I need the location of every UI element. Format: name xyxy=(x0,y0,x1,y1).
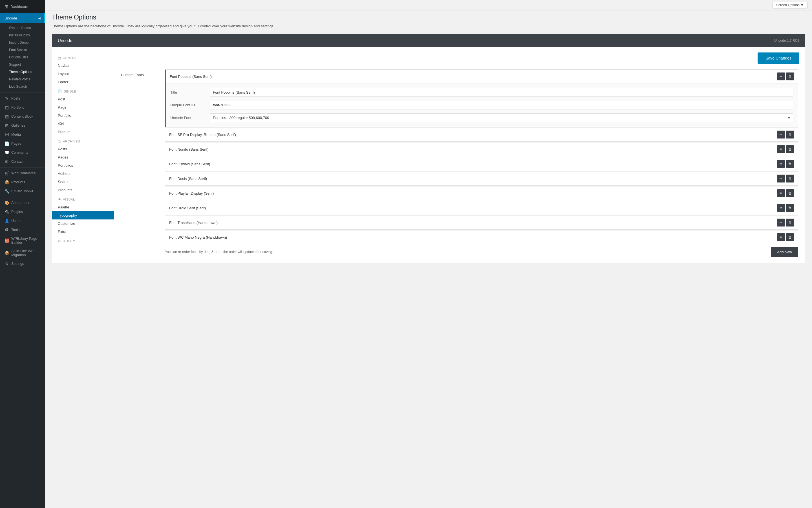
nav-item-layout[interactable]: Layout xyxy=(52,70,114,78)
sidebar-item-posts[interactable]: ✎ Posts xyxy=(0,94,45,103)
nav-item-pages-arch[interactable]: Pages xyxy=(52,153,114,161)
font-delete-button-expanded[interactable]: 🗑 xyxy=(786,73,794,80)
contact-icon: ✉ xyxy=(4,159,9,164)
font-delete-button-4[interactable]: 🗑 xyxy=(786,189,794,197)
font-delete-button-6[interactable]: 🗑 xyxy=(786,219,794,226)
users-icon: 👤 xyxy=(4,219,9,223)
nav-item-posts-arch[interactable]: Posts xyxy=(52,145,114,153)
nav-item-post[interactable]: Post xyxy=(52,95,114,103)
nav-section-archives: 🗂 ARCHIVES xyxy=(52,136,114,145)
settings-icon: ⚙ xyxy=(4,261,9,266)
font-edit-button-0[interactable]: ✏ xyxy=(777,131,785,138)
nav-section-visual: 👁 VISUAL xyxy=(52,194,114,203)
font-edit-button-2[interactable]: ✏ xyxy=(777,160,785,168)
sidebar-item-envato-toolkit[interactable]: 🔧 Envato Toolkit xyxy=(0,187,45,196)
nav-item-page[interactable]: Page xyxy=(52,103,114,112)
font-card-5: Font Droid Serif (Serif) ✏ 🗑 xyxy=(165,201,798,215)
font-delete-button-7[interactable]: 🗑 xyxy=(786,233,794,241)
nav-item-portfolios-arch[interactable]: Portfolios xyxy=(52,161,114,170)
font-card-title-5: Font Droid Serif (Serif) xyxy=(169,206,206,210)
sidebar-item-support[interactable]: Support xyxy=(9,61,45,68)
sidebar-item-wpbakery[interactable]: 🧱 WPBakery Page Builder xyxy=(0,235,45,247)
sidebar-item-install-plugins[interactable]: Install Plugins xyxy=(9,32,45,39)
sidebar-item-pages[interactable]: 📄 Pages xyxy=(0,139,45,148)
footer-note: You can re-order fonts by drag & drop, t… xyxy=(165,247,273,257)
font-card-1: Font Nunito (Sans Serif) ✏ 🗑 xyxy=(165,142,798,156)
uncode-font-select[interactable]: Poppins - 300,regular,500,600,700 xyxy=(210,113,794,122)
comments-icon: 💬 xyxy=(4,150,9,155)
font-delete-button-5[interactable]: 🗑 xyxy=(786,204,794,212)
panel-version: Uncode 1.7.RC2 xyxy=(774,39,799,43)
custom-fonts-section: Custom Fonts Font Poppins (Sans Serif) ✏… xyxy=(121,70,798,257)
sidebar-item-products[interactable]: 📦 Products xyxy=(0,178,45,187)
tools-icon: 🛠 xyxy=(4,228,9,232)
nav-item-authors-arch[interactable]: Authors xyxy=(52,170,114,178)
nav-item-product[interactable]: Product xyxy=(52,128,114,136)
font-edit-button-1[interactable]: ✏ xyxy=(777,145,785,153)
nav-item-customize[interactable]: Customize xyxy=(52,219,114,228)
save-changes-button[interactable]: Save Changes xyxy=(758,52,799,64)
nav-section-single: 📄 SINGLE xyxy=(52,86,114,95)
font-title-field: Title xyxy=(170,88,794,97)
sidebar-item-plugins[interactable]: 🔌 Plugins xyxy=(0,207,45,216)
font-card-6: Font TrashHand (Handdrawn) ✏ 🗑 xyxy=(165,215,798,229)
sidebar-item-all-in-one[interactable]: 📦 All-in-One WP Migration xyxy=(0,247,45,259)
font-edit-button-3[interactable]: ✏ xyxy=(777,175,785,182)
sidebar-item-appearance[interactable]: 🎨 Appearance xyxy=(0,198,45,207)
font-id-input[interactable] xyxy=(210,101,794,110)
sidebar-item-related-posts[interactable]: Related Posts xyxy=(9,76,45,83)
nav-item-products-arch[interactable]: Products xyxy=(52,186,114,194)
font-delete-button-1[interactable]: 🗑 xyxy=(786,145,794,153)
add-new-button[interactable]: Add New xyxy=(771,247,798,257)
nav-item-palette[interactable]: Palette xyxy=(52,203,114,211)
sidebar-item-galleries[interactable]: ⊞ Galleries xyxy=(0,121,45,130)
font-delete-button-0[interactable]: 🗑 xyxy=(786,131,794,138)
nav-item-extra[interactable]: Extra xyxy=(52,228,114,236)
nav-item-404[interactable]: 404 xyxy=(52,120,114,128)
font-edit-button-7[interactable]: ✏ xyxy=(777,233,785,241)
sidebar-item-live-search[interactable]: Live Search xyxy=(9,83,45,90)
nav-item-typography[interactable]: Typography xyxy=(52,211,114,219)
sidebar-item-theme-options[interactable]: Theme Options xyxy=(9,68,45,76)
custom-fonts-label: Custom Fonts xyxy=(121,73,161,77)
font-title-input[interactable] xyxy=(210,88,794,97)
font-edit-button-6[interactable]: ✏ xyxy=(777,219,785,226)
sidebar-item-options-utils[interactable]: Options Utils xyxy=(9,54,45,61)
sidebar-item-content-block[interactable]: ▤ Content Block xyxy=(0,112,45,121)
nav-item-search-arch[interactable]: Search xyxy=(52,178,114,186)
envato-icon: 🔧 xyxy=(4,189,9,194)
nav-item-footer[interactable]: Footer xyxy=(52,78,114,86)
sidebar-item-system-status[interactable]: System Status xyxy=(9,24,45,32)
sidebar-item-tools[interactable]: 🛠 Tools xyxy=(0,225,45,235)
media-icon: 🎞 xyxy=(4,132,9,137)
nav-item-navbar[interactable]: Navbar xyxy=(52,61,114,70)
screen-options-button[interactable]: Screen Options ▼ xyxy=(772,2,808,8)
panel-title: Uncode xyxy=(58,38,73,43)
font-edit-button-expanded[interactable]: ✏ xyxy=(777,73,785,80)
font-edit-button-5[interactable]: ✏ xyxy=(777,204,785,212)
font-card-actions-expanded: ✏ 🗑 xyxy=(777,73,794,80)
sidebar-item-uncode[interactable]: Uncode ◀ xyxy=(0,13,45,23)
dashboard-menu-item[interactable]: ⊞ Dashboard xyxy=(0,0,45,13)
sidebar-item-import-demo[interactable]: Import Demo xyxy=(9,39,45,46)
font-delete-button-2[interactable]: 🗑 xyxy=(786,160,794,168)
sidebar-item-media[interactable]: 🎞 Media xyxy=(0,130,45,139)
font-card-7: Font WC Mano Negra (Handdrawn) ✏ 🗑 xyxy=(165,230,798,244)
font-card-header-expanded: Font Poppins (Sans Serif) ✏ 🗑 xyxy=(166,70,798,83)
plugins-icon: 🔌 xyxy=(4,210,9,214)
sidebar-item-contact[interactable]: ✉ Contact xyxy=(0,157,45,166)
visual-section-icon: 👁 xyxy=(58,198,61,201)
nav-item-portfolio[interactable]: Portfolio xyxy=(52,112,114,120)
sidebar-item-settings[interactable]: ⚙ Settings xyxy=(0,259,45,268)
sidebar-item-font-stacks[interactable]: Font Stacks xyxy=(9,46,45,54)
nav-section-utility: ⚙ UTILITY xyxy=(52,236,114,245)
font-card-title-4: Font Playfair Display (Serif) xyxy=(169,191,214,196)
sidebar-item-comments[interactable]: 💬 Comments xyxy=(0,148,45,157)
sidebar-item-portfolio[interactable]: ◫ Portfolio xyxy=(0,103,45,112)
font-edit-button-4[interactable]: ✏ xyxy=(777,189,785,197)
font-delete-button-3[interactable]: 🗑 xyxy=(786,175,794,182)
sidebar-item-woocommerce[interactable]: 🛒 WooCommerce xyxy=(0,169,45,178)
sidebar-divider-1 xyxy=(0,92,45,93)
sidebar-item-users[interactable]: 👤 Users xyxy=(0,216,45,225)
portfolio-icon: ◫ xyxy=(4,105,9,110)
